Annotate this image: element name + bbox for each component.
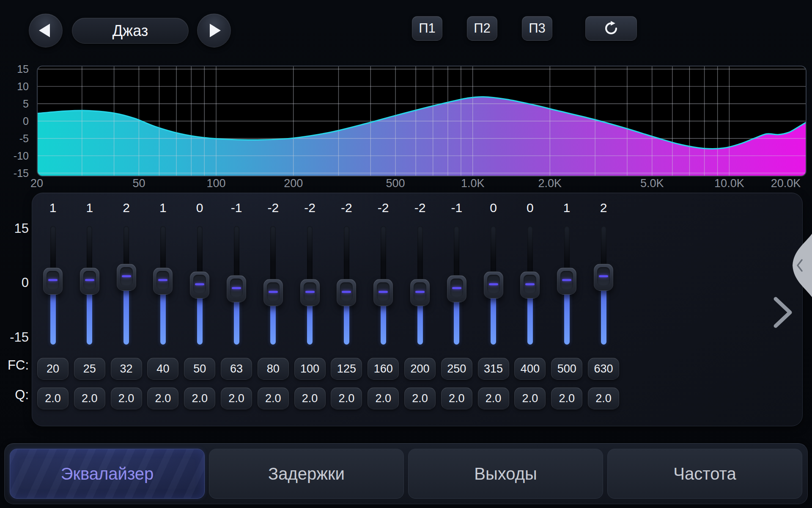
slider-track-fill: [417, 304, 423, 345]
band-fc-chip[interactable]: 630: [588, 358, 619, 380]
eq-band-315: 03152.0: [475, 193, 512, 427]
slider-track-fill: [344, 304, 349, 345]
band-q-chip[interactable]: 2.0: [258, 387, 289, 409]
slider-track-fill: [601, 288, 606, 345]
band-fc-chip[interactable]: 100: [294, 358, 326, 380]
graph-y-tick: 10: [3, 81, 29, 92]
band-gain-value: -2: [402, 201, 439, 215]
slider-track-fill: [160, 292, 166, 345]
band-q-chip[interactable]: 2.0: [441, 387, 472, 409]
tab-equalizer[interactable]: Эквалайзер: [10, 449, 205, 499]
band-fc-chip[interactable]: 50: [184, 358, 215, 380]
band-fc-chip[interactable]: 500: [551, 358, 582, 380]
slider-thumb-inner: [377, 282, 390, 301]
band-q-chip[interactable]: 2.0: [294, 387, 326, 409]
slider-thumb-dash-icon: [379, 291, 388, 293]
band-slider-thumb[interactable]: [594, 264, 613, 291]
band-slider-thumb[interactable]: [117, 264, 136, 291]
preset-prev-button[interactable]: [29, 14, 63, 47]
refresh-icon: [604, 21, 619, 36]
slider-thumb-dash-icon: [85, 279, 94, 281]
band-q-chip[interactable]: 2.0: [221, 387, 252, 409]
slider-thumb-dash-icon: [232, 287, 241, 289]
band-fc-chip[interactable]: 400: [514, 358, 546, 380]
graph-x-tick: 2.0K: [538, 178, 562, 189]
band-slider-thumb[interactable]: [520, 271, 540, 298]
graph-y-tick: 15: [3, 64, 29, 75]
band-fc-chip[interactable]: 250: [441, 358, 472, 380]
band-slider-thumb[interactable]: [300, 279, 320, 306]
band-fc-chip[interactable]: 125: [331, 358, 362, 380]
band-q-chip[interactable]: 2.0: [478, 387, 509, 409]
preset-memory-button-3[interactable]: П3: [522, 16, 552, 41]
band-fc-chip[interactable]: 63: [221, 358, 252, 380]
band-gain-value: -2: [255, 201, 291, 215]
band-slider-thumb[interactable]: [337, 279, 356, 306]
band-slider-thumb[interactable]: [80, 268, 99, 295]
reset-button[interactable]: [585, 16, 637, 41]
preset-selector[interactable]: Джаз: [72, 18, 189, 44]
tab-frequency[interactable]: Частота: [607, 449, 802, 499]
bottom-tab-bar: ЭквалайзерЗадержкиВыходыЧастота: [4, 443, 808, 504]
preset-memory-button-1[interactable]: П1: [412, 16, 442, 41]
band-fc-chip[interactable]: 32: [111, 358, 142, 380]
band-fc-chip[interactable]: 200: [404, 358, 436, 380]
band-fc-chip[interactable]: 25: [74, 358, 105, 380]
slider-track-fill: [527, 296, 533, 345]
gain-scale-label: -15: [0, 330, 29, 345]
band-slider-thumb[interactable]: [447, 275, 466, 302]
graph-x-tick: 1.0K: [461, 178, 485, 189]
tab-delays[interactable]: Задержки: [209, 449, 404, 499]
band-slider-thumb[interactable]: [43, 268, 63, 295]
preset-memory-button-2[interactable]: П2: [467, 16, 497, 41]
band-fc-chip[interactable]: 40: [147, 358, 178, 380]
preset-next-button[interactable]: [197, 14, 231, 47]
band-q-chip[interactable]: 2.0: [514, 387, 546, 409]
slider-thumb-inner: [156, 271, 169, 290]
fc-row-label: FC:: [0, 358, 29, 373]
band-slider-thumb[interactable]: [484, 271, 503, 298]
eq-band-80: -2802.0: [255, 193, 291, 427]
band-fc-chip[interactable]: 80: [258, 358, 289, 380]
side-panel-handle[interactable]: [787, 234, 812, 297]
graph-x-tick: 200: [284, 178, 303, 189]
band-fc-chip[interactable]: 160: [368, 358, 399, 380]
band-q-chip[interactable]: 2.0: [404, 387, 436, 409]
slider-thumb-inner: [230, 279, 243, 297]
slider-track-fill: [491, 296, 496, 345]
eq-band-200: -22002.0: [402, 193, 439, 427]
band-slider-thumb[interactable]: [190, 271, 209, 298]
slider-thumb-dash-icon: [489, 283, 498, 285]
slider-track-fill: [87, 292, 92, 345]
slider-thumb-inner: [304, 282, 316, 301]
band-q-chip[interactable]: 2.0: [74, 387, 105, 409]
eq-band-40: 1402.0: [145, 193, 181, 427]
band-q-chip[interactable]: 2.0: [147, 387, 178, 409]
band-q-chip[interactable]: 2.0: [551, 387, 582, 409]
slider-thumb-dash-icon: [452, 287, 461, 289]
band-q-chip[interactable]: 2.0: [331, 387, 362, 409]
band-slider-thumb[interactable]: [227, 275, 246, 302]
band-slider-thumb[interactable]: [410, 279, 430, 306]
band-gain-value: -1: [438, 201, 475, 215]
band-q-chip[interactable]: 2.0: [368, 387, 399, 409]
band-q-chip[interactable]: 2.0: [37, 387, 69, 409]
band-slider-thumb[interactable]: [153, 268, 173, 295]
band-q-chip[interactable]: 2.0: [111, 387, 142, 409]
slider-thumb-dash-icon: [158, 279, 167, 281]
band-slider-thumb[interactable]: [263, 279, 283, 306]
tab-outputs[interactable]: Выходы: [408, 449, 603, 499]
slider-track-fill: [123, 288, 129, 345]
next-bands-page-button[interactable]: [772, 295, 794, 329]
band-slider-thumb[interactable]: [557, 268, 576, 295]
slider-track-fill: [197, 296, 203, 345]
slider-thumb-inner: [340, 282, 353, 301]
band-fc-chip[interactable]: 315: [478, 358, 509, 380]
band-fc-chip[interactable]: 20: [37, 358, 69, 380]
band-slider-thumb[interactable]: [373, 279, 393, 306]
slider-thumb-inner: [560, 271, 573, 290]
band-q-chip[interactable]: 2.0: [588, 387, 619, 409]
slider-thumb-inner: [267, 282, 280, 301]
band-q-chip[interactable]: 2.0: [184, 387, 215, 409]
slider-thumb-inner: [414, 282, 426, 301]
